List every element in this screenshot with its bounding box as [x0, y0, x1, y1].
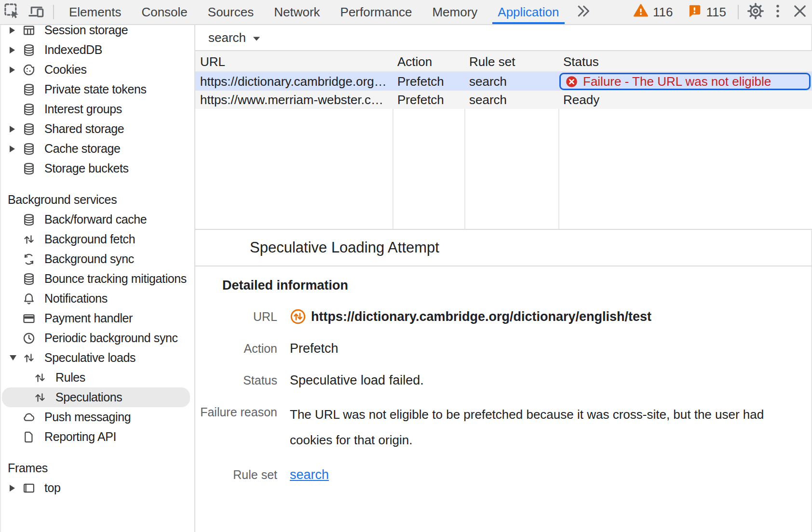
tab-console[interactable]: Console [131, 0, 197, 24]
field-label: Rule set [195, 465, 277, 485]
frame-icon [22, 481, 36, 495]
expander-icon[interactable] [10, 355, 22, 360]
warning-triangle-icon [633, 3, 649, 22]
tab-elements[interactable]: Elements [59, 0, 131, 24]
sidebar-item-label: Private state tokens [44, 82, 147, 96]
sidebar-item-speculative-loads[interactable]: Speculative loads [0, 348, 194, 368]
sidebar-item-background-sync[interactable]: Background sync [0, 249, 194, 269]
close-devtools-button[interactable] [788, 0, 812, 24]
sidebar-item-label: Background sync [44, 252, 134, 266]
table-icon [22, 25, 36, 37]
clock-icon [22, 332, 36, 345]
toolbar-divider [738, 5, 739, 19]
tab-performance[interactable]: Performance [330, 0, 422, 24]
sidebar-item-top[interactable]: top [0, 478, 194, 498]
rule-set-link[interactable]: search [290, 465, 329, 485]
sidebar-tree: Session storageIndexedDBCookiesPrivate s… [0, 25, 194, 498]
sidebar-item-interest-groups[interactable]: Interest groups [0, 99, 194, 119]
report-field-status: StatusSpeculative load failed. [195, 370, 812, 390]
expander-icon[interactable] [10, 146, 22, 152]
inspect-element-button[interactable] [0, 0, 24, 24]
expander-icon[interactable] [10, 485, 22, 492]
tabbar-spacer [597, 0, 627, 24]
customize-menu-button[interactable] [768, 0, 788, 24]
column-header-rule-set[interactable]: Rule set [464, 51, 558, 71]
tab-sources[interactable]: Sources [198, 0, 264, 24]
warnings-badge[interactable]: 116 [626, 0, 679, 24]
report-field-action: ActionPrefetch [195, 338, 812, 359]
report-section-title: Detailed information [195, 278, 812, 293]
tab-memory[interactable]: Memory [422, 0, 487, 24]
sidebar-item-shared-storage[interactable]: Shared storage [0, 119, 194, 139]
expander-icon[interactable] [10, 47, 22, 53]
sidebar-item-reporting-api[interactable]: Reporting API [0, 427, 194, 447]
toolbar-divider [53, 5, 54, 19]
sidebar-item-label: Background fetch [44, 232, 135, 246]
status-cell-focused[interactable]: Failure - The URL was not eligible [559, 73, 811, 90]
issues-badge[interactable]: 115 [680, 0, 733, 24]
sidebar-item-speculations[interactable]: Speculations [2, 387, 190, 407]
bell-icon [22, 292, 36, 306]
failure-badge-icon [565, 75, 578, 88]
report-fields: URLhttps://dictionary.cambridge.org/dict… [195, 306, 812, 485]
tab-application[interactable]: Application [487, 0, 569, 24]
warnings-count: 116 [653, 5, 673, 20]
expander-icon[interactable] [10, 66, 22, 73]
device-toolbar-button[interactable] [24, 0, 48, 24]
field-label: Failure reason [195, 402, 277, 453]
cell-rule-set: search [464, 91, 558, 109]
field-value: Prefetch [290, 338, 338, 359]
sidebar-item-bounce-tracking-mitigations[interactable]: Bounce tracking mitigations [0, 269, 194, 289]
sidebar-item-storage-buckets[interactable]: Storage buckets [0, 159, 194, 178]
sidebar-item-indexeddb[interactable]: IndexedDB [0, 40, 194, 60]
failure-status-text: Failure - The URL was not eligible [583, 73, 771, 90]
column-header-status[interactable]: Status [558, 51, 812, 71]
column-header-action[interactable]: Action [392, 51, 464, 71]
sidebar-item-label: Notifications [44, 292, 108, 306]
speculations-grid[interactable]: URLActionRule setStatus https://dictiona… [195, 51, 812, 230]
database-icon [22, 103, 36, 116]
sync-icon [22, 253, 36, 266]
issues-icon [687, 3, 702, 22]
sidebar-item-label: Rules [55, 371, 85, 385]
sidebar-item-periodic-background-sync[interactable]: Periodic background sync [0, 328, 194, 348]
table-row[interactable]: https://www.merriam-webster.com/…Prefetc… [195, 91, 812, 109]
sidebar-item-payment-handler[interactable]: Payment handler [0, 308, 194, 328]
sidebar-item-label: Push messaging [44, 410, 131, 424]
sidebar-item-session-storage[interactable]: Session storage [0, 25, 194, 40]
document-icon [22, 430, 36, 444]
speculation-report: Speculative Loading Attempt Detailed inf… [195, 230, 812, 532]
cloud-icon [22, 411, 36, 424]
cell-url: https://dictionary.cambridge.org/di… [195, 72, 392, 91]
cell-action: Prefetch [392, 72, 464, 91]
expander-icon[interactable] [10, 126, 22, 133]
devtools-window: ElementsConsoleSourcesNetworkPerformance… [0, 0, 812, 532]
sidebar-item-back-forward-cache[interactable]: Back/forward cache [0, 210, 194, 229]
main-panel: search URLActionRule setStatus https://d… [195, 25, 812, 532]
grid-body: https://dictionary.cambridge.org/di…Pref… [195, 72, 812, 109]
field-label: Action [195, 338, 277, 359]
sidebar-item-push-messaging[interactable]: Push messaging [0, 407, 194, 427]
sidebar-item-label: Payment handler [44, 311, 133, 325]
more-tabs-button[interactable] [569, 0, 597, 24]
sidebar-item-rules[interactable]: Rules [0, 368, 194, 387]
updown-arrows-icon [22, 351, 36, 365]
report-title: Speculative Loading Attempt [195, 230, 812, 266]
column-header-url[interactable]: URL [195, 51, 392, 71]
sidebar-item-label: Speculative loads [44, 351, 135, 365]
table-row[interactable]: https://dictionary.cambridge.org/di…Pref… [195, 72, 812, 91]
sidebar-item-cache-storage[interactable]: Cache storage [0, 139, 194, 159]
ruleset-filter-dropdown[interactable]: search [208, 30, 261, 45]
tab-network[interactable]: Network [264, 0, 330, 24]
sidebar-item-cookies[interactable]: Cookies [0, 60, 194, 80]
field-value: https://dictionary.cambridge.org/diction… [290, 306, 651, 327]
sidebar-item-private-state-tokens[interactable]: Private state tokens [0, 80, 194, 99]
payment-card-icon [22, 312, 36, 325]
cell-status: Failure - The URL was not eligible [558, 72, 812, 91]
field-value: Speculative load failed. [290, 370, 424, 390]
expander-icon[interactable] [10, 27, 22, 34]
sidebar-item-background-fetch[interactable]: Background fetch [0, 229, 194, 249]
cell-url: https://www.merriam-webster.com/… [195, 91, 392, 109]
sidebar-item-notifications[interactable]: Notifications [0, 289, 194, 308]
settings-button[interactable] [744, 0, 768, 24]
